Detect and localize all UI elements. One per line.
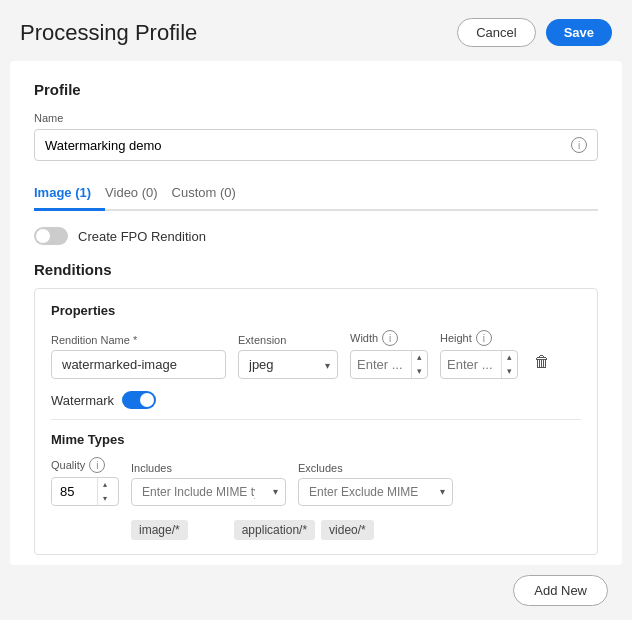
quality-info-icon: i xyxy=(89,457,105,473)
includes-label: Includes xyxy=(131,462,286,474)
height-increment[interactable]: ▴ xyxy=(502,351,517,365)
props-row: Rendition Name * Extension jpeg png gif … xyxy=(51,330,581,379)
rendition-name-label: Rendition Name * xyxy=(51,334,226,346)
profile-section-title: Profile xyxy=(34,81,598,98)
rendition-name-field: Rendition Name * xyxy=(51,334,226,379)
cancel-button[interactable]: Cancel xyxy=(457,18,535,47)
properties-box: Properties Rendition Name * Extension xyxy=(34,288,598,555)
width-spinner: ▴ ▾ xyxy=(350,350,428,379)
width-info-icon: i xyxy=(382,330,398,346)
width-label: Width i xyxy=(350,330,428,346)
divider xyxy=(51,419,581,420)
quality-label: Quality i xyxy=(51,457,119,473)
quality-input[interactable] xyxy=(52,479,97,504)
width-field: Width i ▴ ▾ xyxy=(350,330,428,379)
width-spinner-btns: ▴ ▾ xyxy=(411,351,427,378)
width-increment[interactable]: ▴ xyxy=(412,351,427,365)
extension-select[interactable]: jpeg png gif webp tiff xyxy=(238,350,338,379)
excludes-input[interactable] xyxy=(298,478,453,506)
quality-increment[interactable]: ▴ xyxy=(98,478,112,491)
extension-select-wrap: jpeg png gif webp tiff ▾ xyxy=(238,350,338,379)
extension-field: Extension jpeg png gif webp tiff ▾ xyxy=(238,334,338,379)
tabs: Image (1) Video (0) Custom (0) xyxy=(34,177,598,211)
mime-row: Quality i ▴ ▾ xyxy=(51,457,581,505)
includes-input[interactable] xyxy=(131,478,286,506)
tab-video[interactable]: Video (0) xyxy=(105,177,172,211)
exclude-tag-video: video/* xyxy=(321,520,374,540)
mime-section: Mime Types Quality i xyxy=(51,432,581,539)
height-label: Height i xyxy=(440,330,518,346)
properties-title: Properties xyxy=(51,303,581,318)
quality-input-row: ▴ ▾ xyxy=(52,478,118,504)
quality-spinner: ▴ ▾ xyxy=(51,477,119,505)
tags-area: image/* application/* video/* xyxy=(131,514,581,540)
header-actions: Cancel Save xyxy=(457,18,612,47)
name-input-wrap: i xyxy=(34,129,598,161)
header: Processing Profile Cancel Save xyxy=(0,0,632,61)
quality-btns: ▴ ▾ xyxy=(97,478,112,504)
include-tag-image: image/* xyxy=(131,520,188,540)
watermark-label: Watermark xyxy=(51,393,114,408)
includes-wrap: ▾ xyxy=(131,478,286,506)
watermark-toggle[interactable] xyxy=(122,391,156,409)
height-input[interactable] xyxy=(441,351,501,378)
excludes-field: Excludes ▾ xyxy=(298,462,453,506)
exclude-tags-row: application/* video/* xyxy=(234,520,374,540)
tab-custom[interactable]: Custom (0) xyxy=(172,177,250,211)
excludes-wrap: ▾ xyxy=(298,478,453,506)
rendition-name-input[interactable] xyxy=(51,350,226,379)
watermark-row: Watermark xyxy=(51,391,581,409)
extension-label: Extension xyxy=(238,334,338,346)
footer: Add New xyxy=(0,575,632,620)
height-spinner-btns: ▴ ▾ xyxy=(501,351,517,378)
name-input[interactable] xyxy=(45,138,571,153)
profile-section: Profile Name i xyxy=(34,81,598,161)
fpo-toggle[interactable] xyxy=(34,227,68,245)
renditions-title: Renditions xyxy=(34,261,598,278)
main-content: Profile Name i Image (1) Video (0) Custo… xyxy=(10,61,622,565)
quality-field: Quality i ▴ ▾ xyxy=(51,457,119,505)
name-info-icon: i xyxy=(571,137,587,153)
save-button[interactable]: Save xyxy=(546,19,612,46)
delete-rendition-button[interactable]: 🗑 xyxy=(530,349,554,375)
exclude-tag-application: application/* xyxy=(234,520,315,540)
height-field: Height i ▴ ▾ xyxy=(440,330,518,379)
fpo-label: Create FPO Rendition xyxy=(78,229,206,244)
fpo-toggle-row: Create FPO Rendition xyxy=(34,227,598,245)
tab-image[interactable]: Image (1) xyxy=(34,177,105,211)
trash-col: 🗑 xyxy=(530,349,554,379)
includes-field: Includes ▾ xyxy=(131,462,286,506)
include-tags-row: image/* xyxy=(131,520,188,540)
width-decrement[interactable]: ▾ xyxy=(412,365,427,379)
width-input[interactable] xyxy=(351,351,411,378)
mime-title: Mime Types xyxy=(51,432,581,447)
page: Processing Profile Cancel Save Profile N… xyxy=(0,0,632,620)
height-decrement[interactable]: ▾ xyxy=(502,365,517,379)
renditions-section: Renditions Properties Rendition Name * E… xyxy=(34,261,598,555)
excludes-label: Excludes xyxy=(298,462,453,474)
quality-decrement[interactable]: ▾ xyxy=(98,492,112,505)
height-spinner: ▴ ▾ xyxy=(440,350,518,379)
name-label: Name xyxy=(34,112,598,124)
page-title: Processing Profile xyxy=(20,20,197,46)
add-new-button[interactable]: Add New xyxy=(513,575,608,606)
height-info-icon: i xyxy=(476,330,492,346)
